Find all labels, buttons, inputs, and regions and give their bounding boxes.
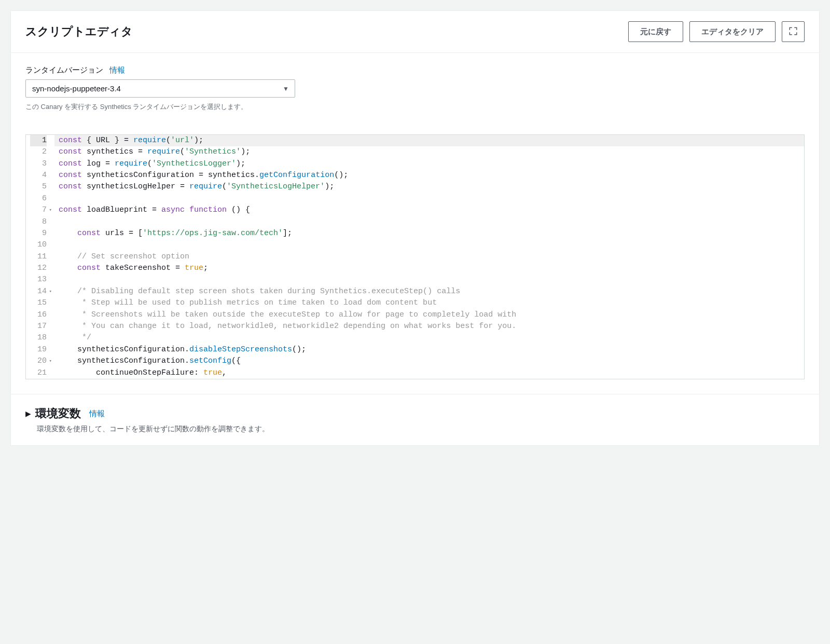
- gutter-line[interactable]: 20▾: [30, 355, 47, 367]
- code-line[interactable]: * Step will be used to publish metrics o…: [54, 297, 804, 309]
- code-line[interactable]: * Screenshots will be taken outside the …: [54, 309, 804, 321]
- code-line[interactable]: const syntheticsConfiguration = syntheti…: [54, 170, 804, 181]
- code-line[interactable]: [54, 193, 804, 204]
- code-line[interactable]: syntheticsConfiguration.setConfig({: [54, 355, 804, 367]
- env-variables-section: ▶ 環境変数 情報 環境変数を使用して、コードを更新せずに関数の動作を調整できま…: [10, 394, 820, 446]
- code-line[interactable]: syntheticsConfiguration.disableStepScree…: [54, 344, 804, 355]
- code-line[interactable]: // Set screenshot option: [54, 251, 804, 263]
- clear-editor-button[interactable]: エディタをクリア: [689, 21, 776, 42]
- gutter-line[interactable]: 18: [30, 332, 47, 344]
- gutter-line[interactable]: 13: [30, 274, 47, 285]
- gutter-line[interactable]: 2: [30, 146, 47, 158]
- gutter-line[interactable]: 8: [30, 216, 47, 228]
- code-line[interactable]: const syntheticsLogHelper = require('Syn…: [54, 181, 804, 193]
- gutter-line[interactable]: 12: [30, 263, 47, 274]
- gutter: 1234567▾891011121314▾151617181920▾21: [26, 135, 54, 379]
- code-area[interactable]: const { URL } = require('url');const syn…: [54, 135, 804, 379]
- fold-arrow-icon[interactable]: ▾: [49, 355, 52, 367]
- gutter-line[interactable]: 7▾: [30, 204, 47, 216]
- gutter-line[interactable]: 6: [30, 193, 47, 204]
- gutter-line[interactable]: 9: [30, 228, 47, 239]
- gutter-line[interactable]: 11: [30, 251, 47, 263]
- header-button-group: 元に戻す エディタをクリア: [628, 21, 805, 42]
- panel-body: ランタイムバージョン 情報 syn-nodejs-puppeteer-3.4 ▼…: [11, 53, 819, 394]
- code-line[interactable]: [54, 216, 804, 228]
- code-line[interactable]: [54, 239, 804, 251]
- revert-button[interactable]: 元に戻す: [628, 21, 683, 42]
- runtime-help-text: この Canary を実行する Synthetics ランタイムバージョンを選択…: [25, 102, 295, 113]
- code-line[interactable]: const loadBlueprint = async function () …: [54, 204, 804, 216]
- page-title: スクリプトエディタ: [25, 24, 133, 39]
- runtime-info-link[interactable]: 情報: [109, 65, 125, 74]
- code-line[interactable]: const { URL } = require('url');: [54, 135, 804, 146]
- env-info-link[interactable]: 情報: [89, 409, 105, 419]
- code-line[interactable]: const takeScreenshot = true;: [54, 263, 804, 274]
- caret-right-icon: ▶: [25, 409, 31, 418]
- gutter-line[interactable]: 17: [30, 321, 47, 332]
- code-line[interactable]: const urls = ['https://ops.jig-saw.com/t…: [54, 228, 804, 239]
- code-line[interactable]: continueOnStepFailure: true,: [54, 367, 804, 379]
- code-line[interactable]: const synthetics = require('Synthetics')…: [54, 146, 804, 158]
- code-line[interactable]: [54, 274, 804, 285]
- code-editor[interactable]: 1234567▾891011121314▾151617181920▾21 con…: [25, 134, 805, 379]
- gutter-line[interactable]: 21: [30, 367, 47, 379]
- panel-header: スクリプトエディタ 元に戻す エディタをクリア: [11, 11, 819, 53]
- runtime-label-text: ランタイムバージョン: [25, 65, 103, 74]
- code-line[interactable]: * You can change it to load, networkidle…: [54, 321, 804, 332]
- fold-arrow-icon[interactable]: ▾: [49, 204, 52, 216]
- gutter-line[interactable]: 1: [30, 135, 47, 146]
- gutter-line[interactable]: 4: [30, 170, 47, 181]
- script-editor-panel: スクリプトエディタ 元に戻す エディタをクリア ランタイムバージョン 情報 sy…: [10, 10, 820, 394]
- gutter-line[interactable]: 3: [30, 158, 47, 170]
- runtime-version-select[interactable]: syn-nodejs-puppeteer-3.4: [25, 79, 295, 98]
- env-section-description: 環境変数を使用して、コードを更新せずに関数の動作を調整できます。: [37, 424, 805, 434]
- gutter-line[interactable]: 15: [30, 297, 47, 309]
- code-line[interactable]: */: [54, 332, 804, 344]
- gutter-line[interactable]: 19: [30, 344, 47, 355]
- gutter-line[interactable]: 16: [30, 309, 47, 321]
- fold-arrow-icon[interactable]: ▾: [49, 286, 52, 297]
- env-section-header[interactable]: ▶ 環境変数 情報: [25, 406, 805, 421]
- expand-icon: [789, 26, 798, 37]
- code-line[interactable]: /* Disabling default step screen shots t…: [54, 286, 804, 297]
- env-section-title: 環境変数: [35, 406, 81, 421]
- code-line[interactable]: const log = require('SyntheticsLogger');: [54, 158, 804, 170]
- gutter-line[interactable]: 10: [30, 239, 47, 251]
- runtime-version-label: ランタイムバージョン 情報: [25, 65, 805, 75]
- fullscreen-button[interactable]: [782, 21, 805, 42]
- gutter-line[interactable]: 14▾: [30, 286, 47, 297]
- runtime-select-wrapper: syn-nodejs-puppeteer-3.4 ▼: [25, 79, 295, 98]
- gutter-line[interactable]: 5: [30, 181, 47, 193]
